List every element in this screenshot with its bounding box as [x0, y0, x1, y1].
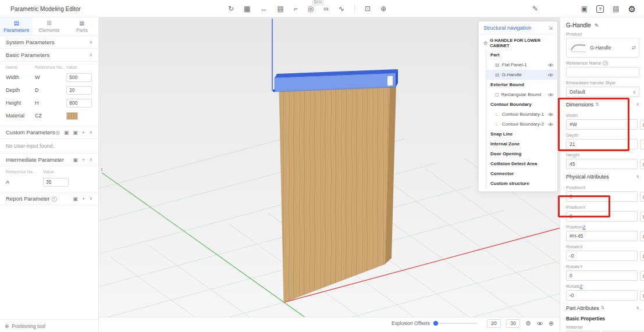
dimensions-section-header[interactable]: Dimensions ⇅ ∧	[566, 99, 639, 110]
intermediate-a-input[interactable]	[43, 178, 69, 187]
structure-group-custom-structure[interactable]: Custom structure	[486, 179, 557, 188]
add-circle-icon[interactable]: ⊕	[380, 5, 386, 12]
chevron-down-icon[interactable]: ∨	[89, 196, 92, 201]
document-icon[interactable]: ▤	[613, 5, 619, 12]
position-z-input[interactable]	[566, 231, 638, 241]
structure-group-collision-detect-area[interactable]: Collision Detect Area	[486, 159, 557, 169]
product-card[interactable]: G-Handle ⇄	[566, 38, 639, 58]
export-icon[interactable]: ▣	[73, 130, 78, 135]
add-circle-icon[interactable]: ⊕	[549, 320, 554, 327]
add-icon[interactable]: +	[82, 130, 85, 135]
formula-keyboard-icon[interactable]: ▦	[640, 251, 644, 261]
position-y-input[interactable]	[566, 211, 638, 222]
tab-parameters[interactable]: ▤ Parameters	[0, 17, 33, 35]
toolbar-right-icons: ▣ ? ▤ ⚙	[581, 0, 636, 17]
rotate-z-input[interactable]	[566, 290, 638, 301]
add-icon[interactable]: +	[82, 157, 85, 163]
position-x-field: PositionX ▦	[566, 185, 639, 202]
formula-keyboard-icon[interactable]: ▦	[640, 231, 644, 241]
export-icon[interactable]: ▣	[73, 196, 78, 202]
structure-group-exterior-bound[interactable]: Exterior Bound	[486, 80, 557, 90]
structure-group-internal-zone[interactable]: Internal Zone	[486, 139, 557, 149]
tab-elements[interactable]: ⊞ Elements	[33, 17, 65, 35]
formula-keyboard-icon[interactable]: ▦	[640, 212, 644, 222]
visibility-eye-icon[interactable]	[547, 63, 554, 67]
structure-group-part[interactable]: Part	[486, 50, 557, 60]
product-thumbnail	[570, 41, 587, 55]
help-icon[interactable]: ?	[596, 5, 604, 13]
structure-group-snap-line[interactable]: Snap Line	[486, 129, 557, 139]
formula-keyboard-icon[interactable]: ▦	[640, 120, 644, 130]
basic-parameters-header[interactable]: Basic Parameters ∧	[0, 49, 98, 62]
physical-attributes-section-header[interactable]: Physical Attributes ∧	[566, 171, 639, 182]
edit-pencil-icon[interactable]: ✎	[532, 5, 538, 12]
tab-parts[interactable]: ▦ Parts	[66, 17, 98, 35]
chevron-down-icon[interactable]: ∨	[640, 140, 644, 149]
import-icon[interactable]: ▣	[64, 130, 69, 135]
export-icon[interactable]: ▣	[73, 157, 78, 163]
visibility-eye-icon[interactable]	[547, 122, 554, 127]
structure-item-rectangular-bound[interactable]: ◻ Rectangular Bound	[486, 90, 557, 99]
link-icon[interactable]: ∞	[323, 5, 329, 12]
material-swatch[interactable]	[66, 112, 78, 120]
offset-value-30[interactable]: 30	[506, 319, 520, 328]
bom-list-icon[interactable]: ▤	[277, 5, 283, 12]
swap-product-icon[interactable]: ⇄	[631, 45, 636, 51]
structure-item-contour-boundary-1[interactable]: ∟ Contour Boundary-1	[486, 109, 557, 119]
structure-group-connector[interactable]: Connector	[486, 169, 557, 179]
capture-icon[interactable]: ▣	[581, 5, 588, 12]
structure-group-contour-boundary[interactable]: Contour Boundary	[486, 99, 557, 109]
rotate-x-input[interactable]	[566, 251, 638, 261]
offset-value-20[interactable]: 20	[487, 319, 501, 328]
reference-name-input[interactable]	[566, 67, 639, 77]
intermediate-parameter-header[interactable]: Intermediate Parameter ▣ + ∧	[0, 153, 98, 166]
measure-icon[interactable]: ↔	[260, 5, 267, 12]
depth-input[interactable]	[566, 139, 638, 149]
dock-panel-icon[interactable]: ⇲	[548, 25, 553, 31]
cabinet-panel[interactable]	[279, 84, 396, 302]
formula-keyboard-icon[interactable]: ▦	[640, 271, 644, 281]
visibility-eye-icon[interactable]	[547, 92, 554, 97]
structure-item-g-handle[interactable]: ▤ G-Handle	[486, 70, 557, 80]
collapse-left-panel-handle[interactable]: ‹	[101, 165, 103, 173]
reset-icon[interactable]: ◎	[55, 130, 60, 135]
position-x-input[interactable]	[566, 191, 638, 202]
width-input[interactable]	[566, 119, 638, 130]
add-icon[interactable]: +	[82, 196, 85, 202]
embedded-style-select[interactable]: Default ∨	[566, 87, 639, 97]
visibility-eye-icon[interactable]	[547, 73, 554, 77]
explosion-slider[interactable]	[435, 323, 477, 324]
structure-item-contour-boundary-2[interactable]: ∟ Contour Boundary-2	[486, 119, 557, 129]
frame-export-icon[interactable]: ⊡	[365, 5, 371, 12]
curve-icon[interactable]: ∿	[339, 5, 344, 12]
custom-parameters-header[interactable]: Custom Parameters ◎ ▣ ▣ + ∧	[0, 126, 98, 139]
chevron-down-icon[interactable]: ∨	[89, 40, 92, 45]
grid-icon[interactable]: ▦	[244, 5, 250, 12]
slider-thumb[interactable]	[433, 321, 438, 326]
eye-icon[interactable]	[536, 321, 543, 326]
height-input[interactable]	[566, 159, 638, 169]
system-parameters-header[interactable]: System Parameters ∨	[0, 36, 98, 49]
rotate-y-input[interactable]	[566, 270, 638, 281]
formula-keyboard-icon[interactable]: ▦	[640, 159, 644, 169]
formula-keyboard-icon[interactable]: ▦	[640, 291, 644, 301]
rename-pencil-icon[interactable]: ✎	[595, 23, 599, 28]
structure-group-door-opening[interactable]: Door Opening	[486, 149, 557, 159]
structure-root-item[interactable]: ⚙ G HANDLE FOR LOWER CABINET	[479, 34, 557, 50]
gear-icon[interactable]: ⚙	[525, 320, 531, 327]
height-param-input[interactable]	[66, 99, 92, 108]
chevron-up-icon[interactable]: ∧	[89, 52, 92, 58]
chevron-up-icon[interactable]: ∧	[89, 157, 92, 162]
orbit-icon[interactable]: ↻	[228, 5, 234, 12]
structure-item-flat-panel-1[interactable]: ▤ Flat Panel-1	[486, 60, 557, 70]
visibility-eye-icon[interactable]	[547, 112, 554, 117]
depth-param-input[interactable]	[66, 86, 92, 95]
width-param-input[interactable]	[66, 73, 92, 82]
chevron-up-icon[interactable]: ∧	[89, 130, 92, 135]
part-attributes-section-header[interactable]: Part Attributes ⇅ ∧	[566, 302, 639, 313]
settings-gear-icon[interactable]: ⚙	[628, 5, 636, 13]
beta-tool-icon[interactable]: ◎Beta	[308, 5, 314, 12]
report-parameter-header[interactable]: Report Parameter? ▣ + ∨	[0, 192, 98, 205]
joint-icon[interactable]: ⌐	[294, 5, 298, 12]
formula-keyboard-icon[interactable]: ▦	[640, 192, 644, 202]
